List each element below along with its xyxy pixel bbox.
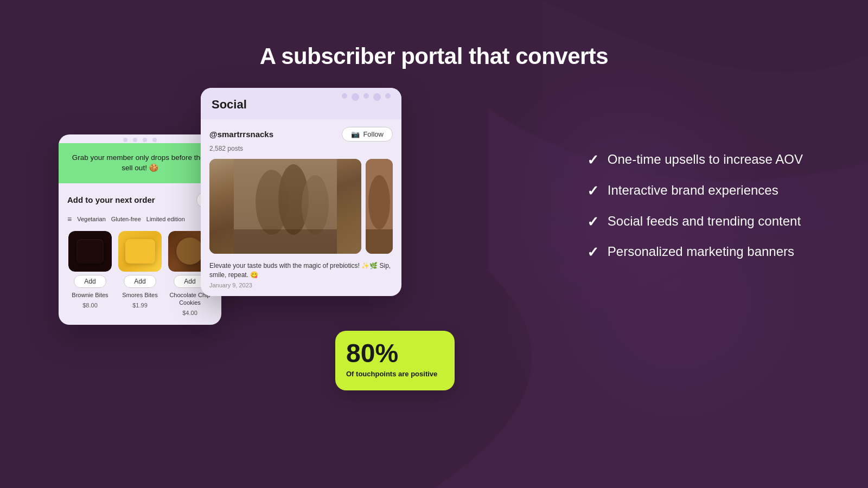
checkmark-icon-4: ✓: [587, 245, 599, 259]
checkmark-icon-2: ✓: [587, 184, 599, 198]
dot-lg-1: [352, 93, 359, 101]
page-title: A subscriber portal that converts: [260, 43, 608, 69]
filter-row: ≡ Vegetarian Gluten-free Limited edition: [67, 215, 213, 223]
add-smores-button[interactable]: Add: [124, 275, 156, 288]
feature-text-1: One-time upsells to increase AOV: [608, 152, 803, 168]
svg-point-6: [368, 175, 390, 229]
svg-rect-4: [234, 229, 337, 254]
social-profile-row: @smartrrsnacks 📷 Follow: [209, 127, 393, 142]
feature-text-3: Social feeds and trending content: [608, 214, 801, 229]
filter-glutenfree[interactable]: Gluten-free: [111, 216, 141, 222]
filter-limited[interactable]: Limited edition: [146, 216, 185, 222]
social-card: Social @smartrrsnacks 📷 Follow 2,582 pos…: [201, 88, 401, 296]
social-card-header: Social: [201, 88, 401, 119]
add-to-order-title: Add to your next order: [67, 195, 155, 204]
brownie-name: Brownie Bites: [72, 291, 108, 299]
social-photo-art: [209, 159, 361, 254]
product-brownie: Add Brownie Bites $8.00: [67, 231, 113, 317]
dot-sm-3: [385, 93, 391, 99]
smores-shape: [125, 239, 155, 264]
social-image-1: [209, 159, 361, 254]
cookies-price: $4.00: [182, 310, 197, 316]
brownie-img-content: [68, 231, 112, 272]
social-header-dots: [342, 93, 391, 101]
feature-text-2: Interactive brand experiences: [608, 183, 778, 198]
follow-button[interactable]: 📷 Follow: [342, 127, 393, 142]
svg-rect-0: [234, 159, 337, 254]
social-image-2: [366, 159, 393, 254]
instagram-icon: 📷: [351, 130, 360, 138]
left-card-content: Add to your next order 🔍 ≡ Vegetarian Gl…: [59, 183, 221, 325]
left-card: Grab your member only drops before they …: [59, 134, 221, 325]
cookies-shape: [176, 237, 203, 265]
post-caption: Elevate your taste buds with the magic o…: [209, 261, 393, 280]
dot-3: [143, 138, 147, 142]
feature-item-1: ✓ One-time upsells to increase AOV: [587, 152, 803, 168]
product-smores-image: [118, 231, 162, 272]
smores-img-content: [118, 231, 162, 272]
svg-rect-7: [366, 229, 393, 254]
brownie-shape: [76, 239, 104, 264]
dot-sm-1: [342, 93, 347, 99]
feature-item-3: ✓ Social feeds and trending content: [587, 214, 803, 229]
dot-sm-2: [363, 93, 369, 99]
dot-2: [133, 138, 137, 142]
stats-badge: 80% Of touchpoints are positive: [335, 331, 455, 390]
follow-label: Follow: [363, 130, 384, 138]
product-brownie-image: [68, 231, 112, 272]
add-brownie-button[interactable]: Add: [74, 275, 106, 288]
svg-point-1: [256, 170, 288, 235]
smores-price: $1.99: [132, 302, 148, 309]
smores-name: Smores Bites: [122, 291, 157, 299]
filter-vegetarian[interactable]: Vegetarian: [77, 216, 106, 222]
checkmark-icon-3: ✓: [587, 215, 599, 229]
feature-item-2: ✓ Interactive brand experiences: [587, 183, 803, 198]
dot-lg-2: [373, 93, 381, 101]
brownie-price: $8.00: [82, 302, 98, 309]
feature-list: ✓ One-time upsells to increase AOV ✓ Int…: [587, 152, 803, 275]
filter-icon: ≡: [67, 215, 72, 223]
svg-point-3: [302, 175, 329, 235]
checkmark-icon-1: ✓: [587, 153, 599, 167]
social-photo-2-art: [366, 159, 393, 254]
social-title: Social: [212, 98, 247, 111]
left-card-dots: [59, 134, 221, 143]
left-card-header: Add to your next order 🔍: [67, 192, 213, 208]
social-image-1-content: [209, 159, 361, 254]
member-drops-banner: Grab your member only drops before they …: [59, 143, 221, 183]
feature-item-4: ✓ Personalized marketing banners: [587, 244, 803, 260]
stats-percent: 80%: [346, 341, 444, 367]
dot-1: [123, 138, 127, 142]
feature-text-4: Personalized marketing banners: [608, 244, 794, 260]
stats-label: Of touchpoints are positive: [346, 370, 444, 379]
products-row: Add Brownie Bites $8.00 Add Smores Bites…: [67, 231, 213, 317]
product-smores: Add Smores Bites $1.99: [117, 231, 163, 317]
svg-point-2: [278, 164, 309, 235]
posts-count: 2,582 posts: [209, 145, 393, 152]
dot-4: [152, 138, 157, 142]
social-inner: @smartrrsnacks 📷 Follow 2,582 posts: [201, 119, 401, 296]
social-handle: @smartrrsnacks: [209, 130, 273, 139]
social-images-row: [209, 159, 393, 254]
post-date: January 9, 2023: [209, 282, 393, 288]
